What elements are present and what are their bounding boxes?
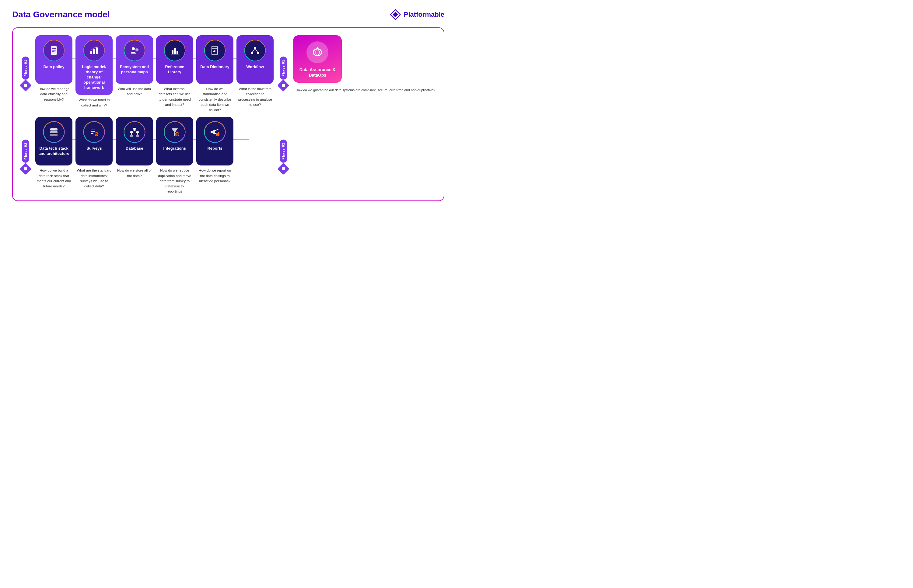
right-phase-column: Phase 01 Phase 02 [277,35,290,194]
card-bottom-integrations: Integrations [156,117,193,165]
reports-label: Reports [207,146,222,151]
page-header: Data Governance model Platformable [12,9,444,20]
ecosystem-desc: Who will use the data and how? [116,86,153,97]
surveys-label: Surveys [86,146,102,151]
right-phase01-label: Phase 01 [280,57,287,80]
database-label: Database [126,146,143,151]
workflow-desc: What is the flow from collection to proc… [236,86,274,107]
card-data-dictionary: A B Data Dictionary How do we standardis… [196,35,233,113]
ecosystem-label: Ecosystem and persona maps [119,65,150,75]
logo: Platformable [390,9,444,20]
card-data-policy: Data policy How do we manage data ethica… [35,35,73,102]
svg-marker-1 [393,12,398,17]
ecosystem-icon-circle [123,40,146,61]
left-phase01-label: Phase 01 [22,57,29,80]
data-policy-icon-circle [43,40,65,61]
card-surveys: Surveys What are the standard data instr… [76,117,113,189]
top-row: Data policy How do we manage data ethica… [35,35,274,113]
bottom-row: Data tech stack and architecture How do … [35,117,274,194]
logo-text: Platformable [404,11,444,19]
card-bottom-surveys: Surveys [76,117,113,165]
right-phase01-diamond [278,80,290,92]
card-data-tech: Data tech stack and architecture How do … [35,117,73,189]
page-title: Data Governance model [12,10,110,19]
workflow-icon-circle [244,40,266,61]
data-policy-label: Data policy [43,65,64,69]
left-phase-column: Phase 01 Phase 02 [19,35,32,194]
card-top-logic-model: Logic model/ theory of change/ operation… [76,35,113,95]
data-tech-desc: How do we build a data tech stack that m… [35,168,73,189]
assurance-label: Data Assurance & DataOps [298,67,337,78]
card-integrations: Integrations How do we reduce duplicatio… [156,117,193,194]
main-container: Phase 01 Phase 02 [12,27,444,201]
right-phase02-label: Phase 02 [280,140,287,163]
card-database: Database How do we store all of the data… [116,117,153,179]
platformable-logo-icon [390,9,401,20]
card-workflow: Workflow What is the flow from collectio… [236,35,274,107]
surveys-icon-circle [83,121,105,143]
assurance-desc: How do we guarantee our data systems are… [293,85,438,93]
assurance-icon-circle [306,41,329,63]
cards-section: Data policy How do we manage data ethica… [35,35,274,194]
logic-model-icon-circle [83,40,105,61]
left-phase01-section: Phase 01 [21,57,30,90]
card-bottom-database: Database [116,117,153,165]
right-phase01-section: Phase 01 [279,57,288,90]
card-top-data-dictionary: A B Data Dictionary [196,35,233,84]
data-dictionary-label: Data Dictionary [200,65,229,69]
logic-model-desc: What do we need to collect and why? [76,97,113,108]
data-policy-desc: How do we manage data ethically and resp… [35,86,73,102]
top-cards-row: Data policy How do we manage data ethica… [35,35,274,113]
card-top-ecosystem: Ecosystem and persona maps [116,35,153,84]
card-reference-library: Reference Library What external datasets… [156,35,193,107]
card-logic-model: Logic model/ theory of change/ operation… [76,35,113,108]
reference-library-desc: What external datasets can we use to dem… [156,86,193,107]
integrations-desc: How do we reduce duplication and move da… [156,168,193,194]
data-tech-icon-circle [43,121,65,143]
integrations-icon-circle [164,121,186,143]
svg-marker-56 [317,47,319,48]
workflow-label: Workflow [246,65,264,69]
card-ecosystem: Ecosystem and persona maps Who will use … [116,35,153,97]
reports-icon-circle [204,121,226,143]
card-bottom-reports: Reports [196,117,233,165]
reference-library-icon-circle [164,40,186,61]
left-phase01-diamond [19,80,32,92]
card-bottom-data-tech: Data tech stack and architecture [35,117,73,165]
reference-library-label: Reference Library [159,65,190,75]
reports-desc: How do we report on the data findings to… [196,168,233,184]
left-phase02-section: Phase 02 [21,140,30,173]
card-reports: Reports How do we report on the data fin… [196,117,233,184]
data-tech-label: Data tech stack and architecture [38,146,70,156]
right-phase02-section: Phase 02 [279,140,288,173]
data-dictionary-desc: How do we standardise and consistently d… [196,86,233,113]
database-icon-circle [123,121,146,143]
logic-model-label: Logic model/ theory of change/ operation… [79,65,110,90]
card-top-reference-library: Reference Library [156,35,193,84]
card-top-data-policy: Data policy [35,35,73,84]
database-desc: How do we store all of the data? [116,168,153,179]
card-top-workflow: Workflow [236,35,274,84]
assurance-section: Data Assurance & DataOps How do we guara… [293,35,438,194]
right-phase02-diamond [278,163,290,175]
left-phase02-label: Phase 02 [22,140,29,163]
bottom-cards-row: Data tech stack and architecture How do … [35,117,274,194]
surveys-desc: What are the standard data instruments/ … [76,168,113,189]
data-dictionary-icon-circle: A B [204,40,226,61]
infinity-cycle-icon [308,43,327,61]
left-phase02-diamond [19,163,32,175]
integrations-label: Integrations [163,146,186,151]
assurance-card: Data Assurance & DataOps [293,35,342,83]
